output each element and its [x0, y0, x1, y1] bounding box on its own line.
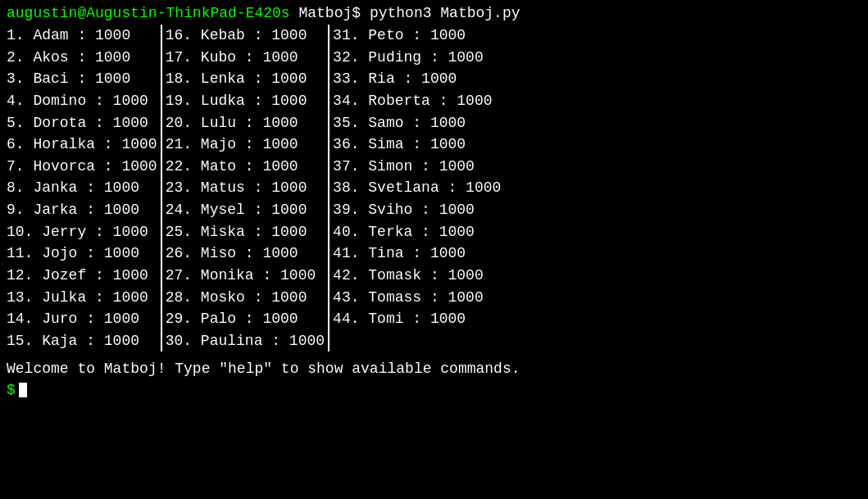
list-item: 13. Julka : 1000	[7, 287, 157, 309]
list-item: 33. Ria : 1000	[333, 68, 501, 90]
prompt-line[interactable]: $	[7, 382, 861, 398]
list-item: 40. Terka : 1000	[333, 221, 501, 243]
list-item: 35. Samo : 1000	[333, 112, 501, 134]
list-item: 41. Tina : 1000	[333, 243, 501, 265]
list-item: 6. Horalka : 1000	[7, 134, 157, 156]
list-item: 28. Mosko : 1000	[166, 287, 325, 309]
list-item: 23. Matus : 1000	[166, 177, 325, 199]
list-item: 37. Simon : 1000	[333, 156, 501, 178]
list-item: 27. Monika : 1000	[166, 265, 325, 287]
terminal-window: augustin@Augustin-ThinkPad-E420s Matboj$…	[7, 5, 861, 398]
list-item: 43. Tomass : 1000	[333, 287, 501, 309]
list-item: 12. Jozef : 1000	[7, 265, 157, 287]
list-item: 7. Hovorca : 1000	[7, 156, 157, 178]
list-item: 25. Miska : 1000	[166, 221, 325, 243]
column-2: 16. Kebab : 100017. Kubo : 100018. Lenka…	[166, 25, 325, 352]
list-item: 32. Puding : 1000	[333, 47, 501, 69]
list-item: 39. Sviho : 1000	[333, 199, 501, 221]
list-item: 31. Peto : 1000	[333, 25, 501, 47]
list-item: 21. Majo : 1000	[166, 134, 325, 156]
prompt-symbol: $	[7, 382, 16, 398]
welcome-message: Welcome to Matboj! Type "help" to show a…	[7, 358, 861, 380]
list-item: 14. Juro : 1000	[7, 308, 157, 330]
list-item: 30. Paulina : 1000	[166, 330, 325, 352]
column-3: 31. Peto : 100032. Puding : 100033. Ria …	[333, 25, 501, 352]
list-item: 5. Dorota : 1000	[7, 112, 157, 134]
list-item: 44. Tomi : 1000	[333, 308, 501, 330]
list-item: 8. Janka : 1000	[7, 177, 157, 199]
col-divider-2	[328, 25, 329, 352]
list-item: 20. Lulu : 1000	[166, 112, 325, 134]
list-item: 38. Svetlana : 1000	[333, 177, 501, 199]
list-item: 4. Domino : 1000	[7, 90, 157, 112]
list-item: 9. Jarka : 1000	[7, 199, 157, 221]
list-item: 34. Roberta : 1000	[333, 90, 501, 112]
list-item: 26. Miso : 1000	[166, 243, 325, 265]
list-item: 16. Kebab : 1000	[166, 25, 325, 47]
title-command: Matboj$ python3 Matboj.py	[290, 5, 520, 21]
columns: 1. Adam : 10002. Akos : 10003. Baci : 10…	[7, 25, 861, 352]
list-item: 29. Palo : 1000	[166, 308, 325, 330]
list-item: 10. Jerry : 1000	[7, 221, 157, 243]
list-item: 18. Lenka : 1000	[166, 68, 325, 90]
list-item: 15. Kaja : 1000	[7, 330, 157, 352]
content-area: 1. Adam : 10002. Akos : 10003. Baci : 10…	[7, 25, 861, 398]
user-host: augustin@Augustin-ThinkPad-E420s	[7, 5, 290, 21]
list-item: 3. Baci : 1000	[7, 68, 157, 90]
col-divider-1	[161, 25, 162, 352]
list-item: 19. Ludka : 1000	[166, 90, 325, 112]
cursor	[19, 383, 27, 397]
list-item: 24. Mysel : 1000	[166, 199, 325, 221]
list-item: 1. Adam : 1000	[7, 25, 157, 47]
list-item: 17. Kubo : 1000	[166, 47, 325, 69]
list-item: 22. Mato : 1000	[166, 156, 325, 178]
list-item: 42. Tomask : 1000	[333, 265, 501, 287]
title-bar: augustin@Augustin-ThinkPad-E420s Matboj$…	[7, 5, 861, 21]
list-item: 36. Sima : 1000	[333, 134, 501, 156]
column-1: 1. Adam : 10002. Akos : 10003. Baci : 10…	[7, 25, 157, 352]
list-item: 11. Jojo : 1000	[7, 243, 157, 265]
list-item: 2. Akos : 1000	[7, 47, 157, 69]
